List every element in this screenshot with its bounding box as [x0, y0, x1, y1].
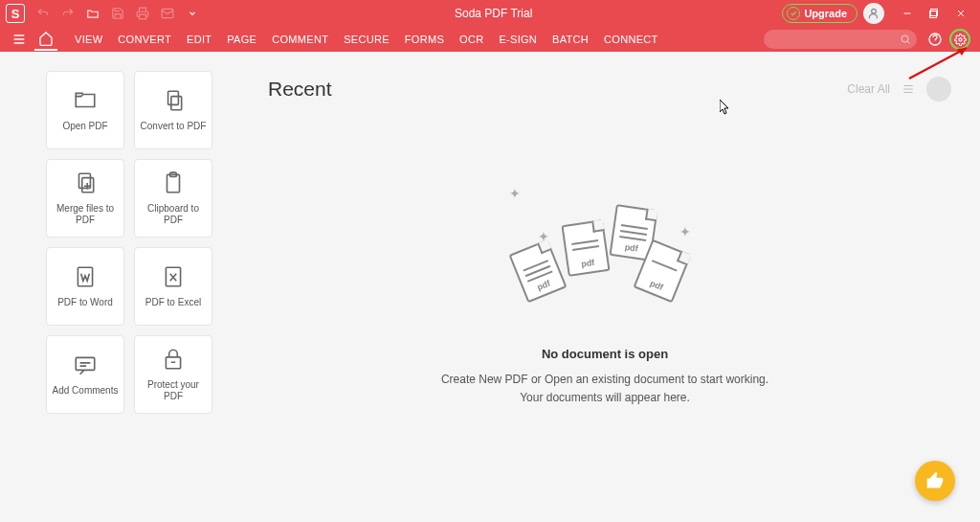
action-clipboard-to-pdf[interactable]: Clipboard to PDF: [134, 159, 212, 238]
search-input[interactable]: [764, 30, 917, 49]
svg-rect-15: [76, 357, 95, 370]
menu-esign[interactable]: E-SIGN: [491, 27, 545, 52]
home-button[interactable]: [34, 28, 57, 51]
content-area: Open PDF Convert to PDF Merge files to P…: [0, 52, 980, 522]
check-icon: [787, 7, 800, 20]
action-label: Convert to PDF: [141, 121, 207, 132]
window-title: Soda PDF Trial: [205, 7, 782, 20]
svg-rect-7: [168, 91, 179, 104]
action-label: PDF to Word: [57, 297, 113, 308]
title-bar: S Soda PDF Trial Upgrade: [0, 0, 980, 27]
open-folder-icon[interactable]: [82, 3, 103, 24]
documents-illustration: ✦ ✦ ✦ pdf pdf pdf pdf: [500, 176, 710, 329]
action-add-comments[interactable]: Add Comments: [46, 335, 124, 414]
menu-comment[interactable]: COMMENT: [264, 27, 336, 52]
help-button[interactable]: [924, 29, 946, 50]
recent-title: Recent: [268, 78, 332, 101]
print-icon[interactable]: [132, 3, 153, 24]
recent-header: Recent Clear All: [268, 77, 951, 102]
upgrade-label: Upgrade: [804, 8, 847, 19]
maximize-button[interactable]: [923, 2, 946, 25]
hamburger-icon[interactable]: [8, 28, 31, 51]
menu-page[interactable]: PAGE: [219, 27, 264, 52]
dropdown-icon[interactable]: [182, 3, 203, 24]
redo-icon[interactable]: [57, 3, 78, 24]
main-panel: Recent Clear All ✦ ✦ ✦ pdf pdf pdf pdf N…: [230, 52, 980, 522]
app-logo: S: [6, 4, 25, 23]
action-protect-pdf[interactable]: Protect your PDF: [134, 335, 212, 414]
action-label: Open PDF: [62, 121, 107, 132]
empty-text-2: Your documents will appear here.: [413, 389, 796, 407]
menu-convert[interactable]: CONVERT: [110, 27, 179, 52]
menu-batch[interactable]: BATCH: [545, 27, 596, 52]
save-icon[interactable]: [107, 3, 128, 24]
action-label: PDF to Excel: [145, 297, 201, 308]
quick-actions-sidebar: Open PDF Convert to PDF Merge files to P…: [0, 52, 230, 522]
menu-bar: VIEW CONVERT EDIT PAGE COMMENT SECURE FO…: [0, 27, 980, 52]
avatar-placeholder[interactable]: [926, 77, 951, 102]
settings-button[interactable]: [949, 29, 970, 50]
action-label: Add Comments: [53, 385, 119, 397]
svg-point-4: [902, 35, 908, 42]
action-pdf-to-word[interactable]: PDF to Word: [46, 247, 124, 326]
svg-rect-8: [171, 97, 182, 110]
menu-ocr[interactable]: OCR: [452, 27, 491, 52]
action-convert-to-pdf[interactable]: Convert to PDF: [134, 71, 212, 149]
menu-view[interactable]: VIEW: [67, 27, 110, 52]
action-open-pdf[interactable]: Open PDF: [46, 71, 124, 149]
view-toggle-button[interactable]: [900, 80, 917, 98]
empty-text-1: Create New PDF or Open an existing docum…: [413, 371, 796, 389]
clear-all-button[interactable]: Clear All: [847, 82, 890, 96]
account-button[interactable]: [863, 3, 884, 24]
empty-state: ✦ ✦ ✦ pdf pdf pdf pdf No document is ope…: [413, 176, 796, 407]
menu-forms[interactable]: FORMS: [397, 27, 452, 52]
action-label: Protect your PDF: [139, 379, 208, 402]
minimize-button[interactable]: [896, 2, 919, 25]
svg-point-6: [958, 37, 961, 40]
menu-connect[interactable]: CONNECT: [596, 27, 666, 52]
mail-icon[interactable]: [157, 3, 178, 24]
action-label: Clipboard to PDF: [139, 203, 208, 226]
undo-icon[interactable]: [33, 3, 54, 24]
menu-secure[interactable]: SECURE: [336, 27, 397, 52]
close-button[interactable]: [949, 2, 972, 25]
empty-title: No document is open: [413, 347, 796, 361]
action-merge-files[interactable]: Merge files to PDF: [46, 159, 124, 238]
menu-edit[interactable]: EDIT: [179, 27, 219, 52]
svg-point-1: [872, 9, 877, 13]
action-label: Merge files to PDF: [51, 203, 120, 226]
upgrade-button[interactable]: Upgrade: [782, 4, 858, 23]
feedback-fab[interactable]: [915, 461, 955, 501]
action-pdf-to-excel[interactable]: PDF to Excel: [134, 247, 212, 326]
